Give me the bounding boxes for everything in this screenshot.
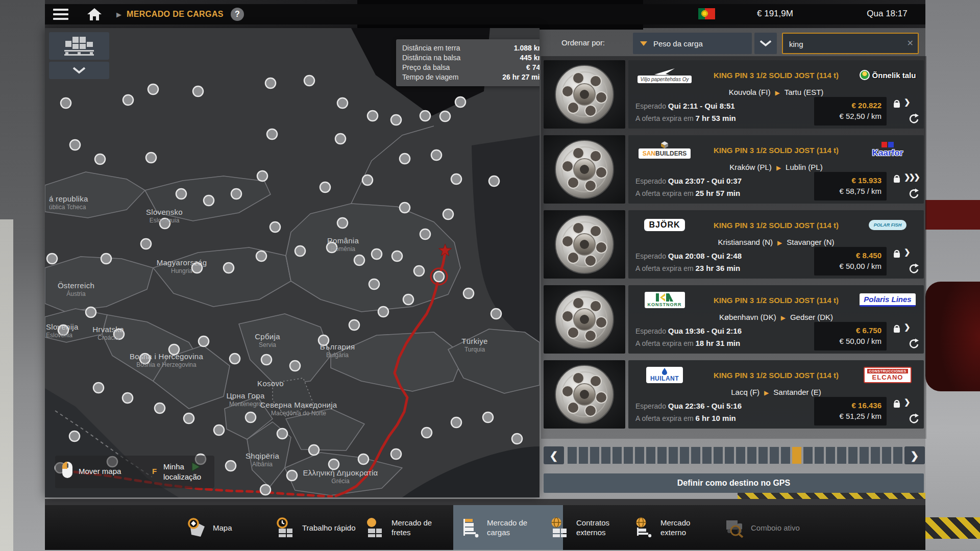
cargo-weight-icon — [892, 173, 902, 184]
page-segment[interactable] — [702, 447, 712, 464]
pallet-cargo-icon — [61, 36, 97, 56]
cargo-image — [544, 360, 625, 429]
sort-by-label: Ordenar por: — [561, 38, 623, 47]
cargo-type-button[interactable] — [49, 32, 109, 60]
page-segment[interactable] — [770, 447, 779, 464]
help-button[interactable]: ? — [231, 8, 244, 21]
cargo-title: KING PIN 3 1/2 SOLID JOST (114 t) — [701, 146, 851, 155]
next-page-button[interactable]: ❯ — [904, 446, 925, 464]
return-trip-icon — [908, 188, 919, 199]
cargo-image — [544, 60, 625, 129]
page-segment[interactable] — [635, 447, 644, 464]
page-segments[interactable] — [568, 447, 902, 464]
europe-map[interactable] — [45, 28, 540, 497]
offer-times: Esperado Qua 22:36 - Qui 5:16 A oferta e… — [635, 400, 742, 424]
map-panel[interactable]: á republikaública TchecaSlovenskoEslováq… — [45, 28, 540, 497]
cargo-offer-row[interactable]: SANBUILDERS KING PIN 3 1/2 SOLID JOST (1… — [544, 135, 924, 204]
collapse-panel-button[interactable] — [49, 62, 109, 79]
nav-external-contracts[interactable]: Contratos externos — [549, 505, 632, 550]
page-segment[interactable] — [657, 447, 667, 464]
prev-page-button[interactable]: ❮ — [544, 446, 564, 464]
page-segment[interactable] — [893, 447, 902, 464]
nav-active-convoy[interactable]: Comboio ativo — [722, 505, 807, 550]
convoy-magnifier-icon — [722, 516, 746, 539]
page-segment[interactable] — [815, 447, 824, 464]
nav-freight-market[interactable]: Mercado de fretes — [364, 505, 448, 550]
nav-external-market[interactable]: Mercado externo — [633, 505, 717, 550]
page-segment[interactable] — [579, 447, 588, 464]
nav-cargo-market[interactable]: Mercado de cargas — [459, 505, 543, 550]
cargo-offer-row[interactable]: Viljo paperitehdas Oy KING PIN 3 1/2 SOL… — [544, 60, 924, 129]
dropdown-caret-icon — [640, 41, 647, 46]
route-arrow-icon: ▶ — [781, 314, 786, 321]
cargo-image — [544, 135, 625, 204]
return-trip-icon — [908, 338, 919, 349]
page-segment[interactable] — [747, 447, 756, 464]
search-input[interactable] — [788, 35, 902, 53]
home-icon[interactable] — [87, 8, 102, 21]
my-location-hint: Minha localização — [163, 462, 214, 482]
sender-logo: HUILANT — [628, 367, 701, 383]
page-segment[interactable] — [860, 447, 869, 464]
page-segment[interactable] — [680, 447, 689, 464]
breadcrumb-chevron-icon: ▶ — [116, 11, 121, 18]
page-segment[interactable] — [725, 447, 734, 464]
price-box: € 15.933 € 58,75 / km — [814, 172, 887, 201]
urgency-icon: ❯ — [904, 397, 909, 407]
page-segment[interactable] — [568, 447, 577, 464]
page-segment[interactable] — [669, 447, 678, 464]
nav-quick-job[interactable]: Trabalho rápido — [275, 505, 358, 550]
recipient-logo: CONSTRUCCIONESELCANO — [851, 367, 924, 383]
offer-price: € 6.750 — [814, 326, 881, 335]
page-segment[interactable] — [803, 447, 813, 464]
cargo-weight-icon — [892, 248, 902, 259]
sort-expand-button[interactable] — [754, 33, 777, 54]
cargo-offer-row[interactable]: KONSTNORR KING PIN 3 1/2 SOLID JOST (114… — [544, 285, 924, 354]
screen: ▶ MERCADO DE CARGAS ? € 191,9M Qua 18:17… — [0, 0, 980, 551]
cargo-offer-row[interactable]: BJÖRK KING PIN 3 1/2 SOLID JOST (114 t) … — [544, 210, 924, 279]
return-trip-icon — [908, 113, 919, 124]
price-per-km: € 58,75 / km — [814, 187, 881, 195]
price-per-km: € 51,25 / km — [814, 412, 881, 420]
page-segment[interactable] — [590, 447, 599, 464]
page-segment[interactable] — [826, 447, 835, 464]
route-line: Kraków (PL)▶Lublin (PL) — [628, 163, 924, 171]
page-segment[interactable] — [624, 447, 633, 464]
cargo-weight-icon — [892, 98, 902, 109]
garage-pillar — [0, 219, 13, 551]
page-segment[interactable] — [871, 447, 880, 464]
tooltip-label: Preço da balsa — [402, 63, 450, 72]
page-segment[interactable] — [882, 447, 891, 464]
search-field[interactable]: ✕ — [782, 33, 919, 54]
page-segment[interactable] — [736, 447, 745, 464]
origin-city: København (DK) — [719, 313, 776, 321]
page-segment[interactable] — [691, 447, 700, 464]
page-segment[interactable] — [781, 447, 790, 464]
cargo-title: KING PIN 3 1/2 SOLID JOST (114 t) — [701, 71, 851, 80]
page-segment[interactable] — [612, 447, 622, 464]
price-box: € 20.822 € 52,50 / km — [814, 97, 887, 126]
sort-dropdown[interactable]: Peso da carga — [633, 33, 752, 54]
offer-times: Esperado Qua 20:08 - Qui 2:48 A oferta e… — [635, 250, 742, 274]
tooltip-value: € 745 — [526, 63, 540, 72]
page-segment[interactable] — [601, 447, 610, 464]
tooltip-label: Tempo de viagem — [402, 72, 459, 82]
nav-map[interactable]: Mapa — [185, 505, 269, 550]
return-trip-icon — [908, 263, 919, 274]
page-segment[interactable] — [848, 447, 857, 464]
page-segment[interactable] — [714, 447, 723, 464]
freight-dot-icon — [364, 516, 386, 539]
route-line: Kristiansand (N)▶Stavanger (N) — [628, 238, 924, 246]
destination-city: Tartu (EST) — [785, 88, 824, 96]
pallet-jack-icon — [459, 516, 482, 539]
menu-icon[interactable] — [53, 9, 68, 20]
clear-search-icon[interactable]: ✕ — [907, 38, 914, 48]
page-segment[interactable] — [758, 447, 768, 464]
set-gps-destination-button[interactable]: Definir como destino no GPS — [544, 473, 924, 493]
route-arrow-icon: ▶ — [775, 89, 779, 96]
sort-selected-value: Peso da carga — [653, 39, 703, 48]
cargo-offer-row[interactable]: HUILANT KING PIN 3 1/2 SOLID JOST (114 t… — [544, 360, 924, 429]
page-segment[interactable] — [837, 447, 846, 464]
page-segment[interactable] — [646, 447, 655, 464]
page-segment-active[interactable] — [792, 447, 801, 464]
